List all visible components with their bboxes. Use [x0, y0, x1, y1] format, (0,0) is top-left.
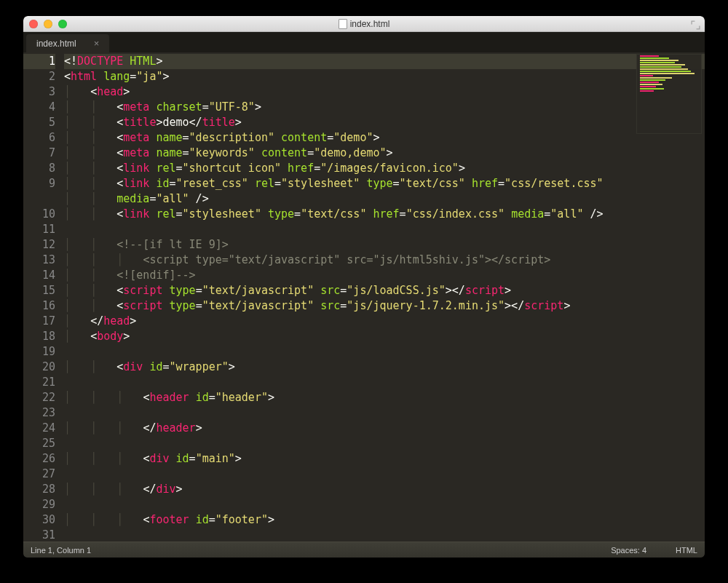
line-number[interactable]: 31 — [23, 528, 55, 542]
minimap[interactable] — [636, 54, 702, 134]
code-line[interactable] — [64, 405, 705, 421]
line-number[interactable]: 24 — [23, 421, 55, 436]
line-number[interactable]: 15 — [23, 283, 55, 298]
line-number[interactable]: 23 — [23, 405, 55, 421]
line-number[interactable]: 16 — [23, 298, 55, 314]
line-number[interactable]: 13 — [23, 253, 55, 268]
status-spaces[interactable]: Spaces: 4 — [611, 542, 646, 558]
code-line[interactable]: │ │ │ </div> — [64, 482, 705, 497]
code-line[interactable]: │ │ │ <header id="header"> — [64, 390, 705, 405]
status-cursor[interactable]: Line 1, Column 1 — [31, 542, 611, 558]
code-line[interactable]: │ │ <meta name="keywords" content="demo,… — [64, 146, 705, 161]
code-line[interactable] — [64, 375, 705, 390]
code-line[interactable]: │ │ <link rel="stylesheet" type="text/cs… — [64, 207, 705, 222]
code-line[interactable]: │ │ <![endif]--> — [64, 268, 705, 283]
code-line[interactable]: <!DOCTYPE HTML> — [64, 54, 705, 69]
line-number[interactable]: 7 — [23, 146, 55, 161]
code-line[interactable]: │ │ │ <div id="main"> — [64, 451, 705, 467]
titlebar[interactable]: index.html — [23, 16, 705, 32]
line-number[interactable]: 5 — [23, 115, 55, 130]
line-number[interactable]: 20 — [23, 360, 55, 375]
code-line[interactable]: │ │ <title>demo</title> — [64, 115, 705, 130]
code-line[interactable]: │ │ │ <script type="text/javascript" src… — [64, 253, 705, 268]
line-number[interactable]: 28 — [23, 482, 55, 497]
code-line[interactable]: │ │ <div id="wrapper"> — [64, 360, 705, 375]
line-number[interactable]: 9 — [23, 176, 55, 191]
line-number[interactable]: 10 — [23, 207, 55, 222]
line-number[interactable]: 30 — [23, 512, 55, 528]
code-content[interactable]: <!DOCTYPE HTML><html lang="ja">│ <head>│… — [64, 52, 705, 542]
line-number[interactable]: 14 — [23, 268, 55, 283]
line-number[interactable]: 26 — [23, 451, 55, 467]
fullscreen-icon[interactable] — [691, 19, 700, 28]
window-title-text: index.html — [350, 19, 390, 29]
editor-window: index.html index.html × 1234567891011121… — [23, 16, 705, 558]
code-line[interactable]: │ │ <meta name="description" content="de… — [64, 130, 705, 146]
line-number[interactable]: 22 — [23, 390, 55, 405]
code-line[interactable] — [64, 436, 705, 451]
code-line[interactable]: │ <head> — [64, 84, 705, 100]
line-number[interactable]: 27 — [23, 467, 55, 482]
code-line[interactable]: │ │ <link id="reset_css" rel="stylesheet… — [64, 176, 705, 191]
line-number[interactable]: 29 — [23, 497, 55, 512]
code-line[interactable] — [64, 222, 705, 237]
line-number[interactable]: 4 — [23, 100, 55, 115]
line-number-gutter[interactable]: 1234567891011121314151617181920212223242… — [23, 52, 64, 542]
file-icon — [339, 19, 347, 29]
code-line[interactable]: │ │ media="all" /> — [64, 191, 705, 207]
window-title: index.html — [23, 19, 705, 29]
code-line[interactable]: │ │ <meta charset="UTF-8"> — [64, 100, 705, 115]
line-number[interactable]: 8 — [23, 161, 55, 176]
line-number[interactable]: 25 — [23, 436, 55, 451]
minimize-window-button[interactable] — [44, 20, 52, 28]
tab-indexhtml[interactable]: index.html × — [26, 34, 109, 52]
line-number[interactable]: 2 — [23, 69, 55, 84]
code-line[interactable]: │ │ │ </header> — [64, 421, 705, 436]
line-number[interactable]: 17 — [23, 314, 55, 329]
close-icon[interactable]: × — [94, 39, 100, 48]
line-number[interactable]: 21 — [23, 375, 55, 390]
status-bar: Line 1, Column 1 Spaces: 4 HTML — [23, 542, 705, 558]
code-line[interactable]: │ │ <script type="text/javascript" src="… — [64, 298, 705, 314]
code-line[interactable]: │ <body> — [64, 329, 705, 344]
line-number[interactable]: 11 — [23, 222, 55, 237]
status-syntax[interactable]: HTML — [676, 542, 697, 558]
code-line[interactable]: <html lang="ja"> — [64, 69, 705, 84]
line-number[interactable]: 18 — [23, 329, 55, 344]
zoom-window-button[interactable] — [58, 20, 67, 28]
code-line[interactable] — [64, 497, 705, 512]
close-window-button[interactable] — [29, 20, 38, 28]
code-line[interactable]: │ </head> — [64, 314, 705, 329]
code-line[interactable]: │ │ │ <footer id="footer"> — [64, 512, 705, 528]
line-number[interactable]: 19 — [23, 344, 55, 360]
line-number[interactable]: 3 — [23, 84, 55, 100]
line-number[interactable]: 1 — [23, 54, 55, 69]
traffic-lights — [29, 20, 67, 28]
line-number[interactable]: 6 — [23, 130, 55, 146]
code-line[interactable]: │ │ <!--[if lt IE 9]> — [64, 237, 705, 253]
tab-bar: index.html × — [23, 32, 705, 52]
code-line[interactable]: │ │ <link rel="shortcut icon" href="/ima… — [64, 161, 705, 176]
line-number[interactable]: 12 — [23, 237, 55, 253]
code-line[interactable]: │ │ <script type="text/javascript" src="… — [64, 283, 705, 298]
tab-label: index.html — [36, 39, 76, 48]
code-line[interactable] — [64, 528, 705, 542]
line-number[interactable] — [23, 191, 55, 207]
code-line[interactable] — [64, 344, 705, 360]
editor-area[interactable]: 1234567891011121314151617181920212223242… — [23, 52, 705, 542]
code-line[interactable] — [64, 467, 705, 482]
